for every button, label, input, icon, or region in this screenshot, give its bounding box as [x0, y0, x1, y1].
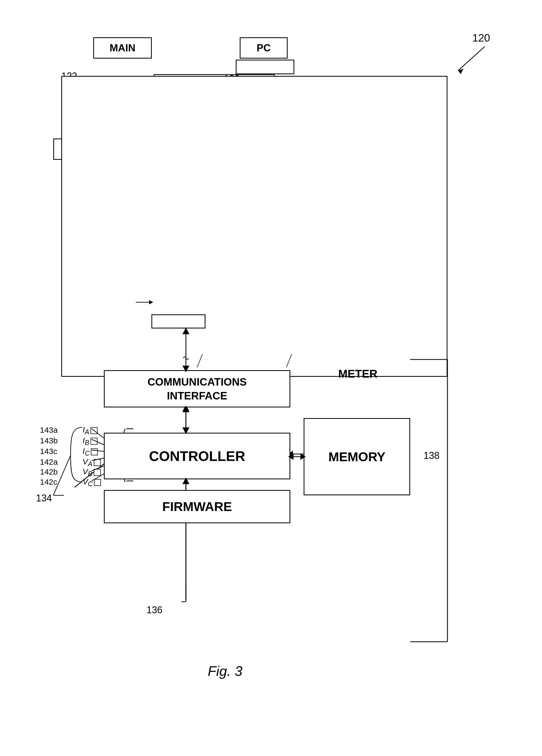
comm-interface-box: COMMUNICATIONS INTERFACE	[104, 370, 290, 407]
vb-port-ref: 142b	[40, 467, 58, 476]
va-label: VA	[83, 457, 92, 468]
va-port-row: VA	[83, 457, 101, 468]
ref-136: 136	[146, 604, 162, 616]
ib-square	[91, 438, 97, 445]
ib-port-row: IB	[83, 436, 97, 447]
svg-marker-18	[183, 427, 189, 433]
memory-box: MEMORY	[304, 418, 410, 495]
firmware-label: FIRMWARE	[162, 499, 232, 514]
ic-square	[91, 448, 98, 455]
vc-label: VC	[83, 477, 93, 488]
pc-box-fig2: PC	[240, 37, 288, 59]
vc-port-row: VC	[83, 477, 101, 488]
vc-square	[94, 479, 101, 486]
ref-120-label: 120	[472, 32, 490, 44]
ia-port-ref: 143a	[40, 426, 58, 435]
ic-port-row: IC	[83, 447, 98, 457]
vc-port-ref: 142c	[40, 477, 57, 487]
ref-138: 138	[423, 450, 439, 461]
pc-monitor-stand	[236, 60, 294, 74]
controller-label: CONTROLLER	[149, 448, 245, 464]
va-port-ref: 142a	[40, 457, 58, 467]
diagram-container: 120 MAIN 122 PC 132 FEEDER #1 FEEDER #2 …	[0, 0, 542, 756]
main-label: MAIN	[109, 42, 135, 54]
main-box: MAIN	[93, 37, 152, 59]
comm-interface-text: COMMUNICATIONS INTERFACE	[148, 375, 247, 403]
va-square	[94, 459, 101, 466]
ia-label: IA	[83, 425, 89, 436]
firmware-box: FIRMWARE	[104, 490, 290, 523]
vb-square	[94, 469, 101, 476]
memory-label: MEMORY	[328, 449, 385, 464]
ic-label: IC	[83, 447, 89, 457]
fig3-caption: Fig. 3	[208, 663, 242, 679]
pc-label-fig2: PC	[257, 42, 271, 54]
ia-square	[91, 427, 97, 434]
svg-marker-1	[458, 69, 463, 74]
vb-port-row: VB	[83, 467, 101, 478]
vb-label: VB	[83, 467, 92, 478]
ic-port-ref: 143c	[40, 447, 57, 456]
ref-134: 134	[36, 493, 52, 504]
meter-box	[61, 76, 447, 377]
meter-label: METER	[338, 367, 377, 380]
svg-line-0	[458, 47, 485, 71]
ib-port-ref: 143b	[40, 436, 58, 445]
controller-box: CONTROLLER	[104, 433, 290, 479]
ib-label: IB	[83, 436, 89, 447]
ia-port-row: IA	[83, 425, 97, 436]
